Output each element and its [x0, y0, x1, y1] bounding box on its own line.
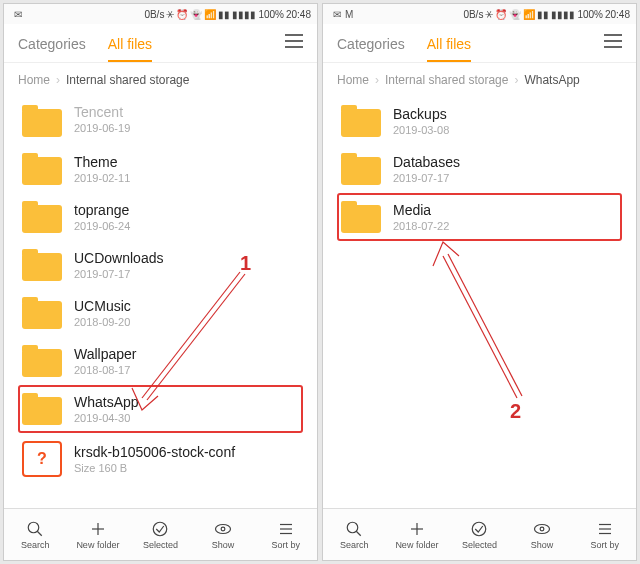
folder-icon — [22, 345, 62, 377]
battery-pct: 100% — [577, 9, 603, 20]
phone-left: ✉ 0B/s ⚹ ⏰ 👻 📶 ▮▮ ▮▮▮▮ 100% 20:48 Catego… — [3, 3, 318, 561]
button-label: Show — [531, 540, 554, 550]
item-name: krsdk-b105006-stock-conf — [74, 444, 235, 460]
folder-row[interactable]: Media2018-07-22 — [337, 193, 622, 241]
folder-row[interactable]: UCMusic2018-09-20 — [18, 289, 303, 337]
snapchat-icon: 👻 — [190, 9, 202, 20]
folder-row[interactable]: WhatsApp2019-04-30 — [18, 385, 303, 433]
item-date: 2019-07-17 — [74, 268, 163, 280]
tab-categories[interactable]: Categories — [337, 30, 405, 62]
sort-by-button[interactable]: Sort by — [254, 509, 317, 560]
wifi-icon: 📶 — [523, 9, 535, 20]
svg-line-1 — [38, 531, 43, 536]
folder-row[interactable]: Wallpaper2018-08-17 — [18, 337, 303, 385]
svg-point-0 — [29, 522, 40, 533]
button-label: Sort by — [590, 540, 619, 550]
svg-point-14 — [473, 522, 487, 536]
folder-icon — [22, 153, 62, 185]
item-date: Size 160 B — [74, 462, 235, 474]
eye-icon — [214, 520, 232, 538]
folder-icon — [341, 105, 381, 137]
battery-pct: 100% — [258, 9, 284, 20]
mail-icon: M — [345, 9, 353, 20]
button-label: Search — [340, 540, 369, 550]
crumb-whatsapp[interactable]: WhatsApp — [524, 73, 579, 87]
folder-icon — [22, 105, 62, 137]
selected-button[interactable]: Selected — [129, 509, 192, 560]
tab-categories[interactable]: Categories — [18, 30, 86, 62]
alarm-icon: ⏰ — [495, 9, 507, 20]
button-label: New folder — [76, 540, 119, 550]
item-date: 2018-09-20 — [74, 316, 131, 328]
tab-all-files[interactable]: All files — [108, 30, 152, 62]
battery-icon: ▮▮▮▮ — [551, 9, 575, 20]
folder-row[interactable]: Theme2019-02-11 — [18, 145, 303, 193]
bottom-bar: SearchNew folderSelectedShowSort by — [323, 508, 636, 560]
item-name: WhatsApp — [74, 394, 139, 410]
folder-row[interactable]: Tencent2019-06-19 — [18, 97, 303, 145]
breadcrumb: Home › Internal shared storage › WhatsAp… — [323, 63, 636, 97]
wifi-icon: 📶 — [204, 9, 216, 20]
search-button[interactable]: Search — [4, 509, 67, 560]
item-name: Databases — [393, 154, 460, 170]
tab-bar: Categories All files — [4, 24, 317, 63]
item-name: toprange — [74, 202, 130, 218]
bottom-bar: SearchNew folderSelectedShowSort by — [4, 508, 317, 560]
folder-icon — [22, 249, 62, 281]
status-bar: ✉ M 0B/s ⚹ ⏰ 👻 📶 ▮▮ ▮▮▮▮ 100% 20:48 — [323, 4, 636, 24]
button-label: Search — [21, 540, 50, 550]
item-date: 2019-02-11 — [74, 172, 130, 184]
alarm-icon: ⏰ — [176, 9, 188, 20]
plus-icon — [89, 520, 107, 538]
search-button[interactable]: Search — [323, 509, 386, 560]
item-date: 2019-06-24 — [74, 220, 130, 232]
list-view-toggle-icon[interactable] — [604, 34, 622, 48]
folder-icon — [22, 201, 62, 233]
folder-icon — [22, 393, 62, 425]
list-view-toggle-icon[interactable] — [285, 34, 303, 48]
tab-bar: Categories All files — [323, 24, 636, 63]
show-button[interactable]: Show — [192, 509, 255, 560]
folder-list: Tencent2019-06-19Theme2019-02-11toprange… — [4, 97, 317, 508]
chevron-right-icon: › — [375, 73, 379, 87]
item-name: Theme — [74, 154, 130, 170]
item-date: 2018-08-17 — [74, 364, 137, 376]
folder-row[interactable]: toprange2019-06-24 — [18, 193, 303, 241]
phone-right: ✉ M 0B/s ⚹ ⏰ 👻 📶 ▮▮ ▮▮▮▮ 100% 20:48 Cate… — [322, 3, 637, 561]
net-speed: 0B/s — [463, 9, 483, 20]
item-name: Backups — [393, 106, 449, 122]
show-button[interactable]: Show — [511, 509, 574, 560]
net-speed: 0B/s — [144, 9, 164, 20]
new-folder-button[interactable]: New folder — [386, 509, 449, 560]
item-name: Tencent — [74, 104, 130, 120]
folder-list: Backups2019-03-08Databases2019-07-17Medi… — [323, 97, 636, 508]
tab-all-files[interactable]: All files — [427, 30, 471, 62]
status-bar: ✉ 0B/s ⚹ ⏰ 👻 📶 ▮▮ ▮▮▮▮ 100% 20:48 — [4, 4, 317, 24]
crumb-storage[interactable]: Internal shared storage — [385, 73, 508, 87]
crumb-storage[interactable]: Internal shared storage — [66, 73, 189, 87]
chevron-right-icon: › — [56, 73, 60, 87]
folder-row[interactable]: Backups2019-03-08 — [337, 97, 622, 145]
search-icon — [345, 520, 363, 538]
item-date: 2019-03-08 — [393, 124, 449, 136]
button-label: Selected — [143, 540, 178, 550]
signal-icon: ▮▮ — [537, 9, 549, 20]
clock: 20:48 — [605, 9, 630, 20]
new-folder-button[interactable]: New folder — [67, 509, 130, 560]
bluetooth-icon: ⚹ — [166, 8, 174, 20]
selected-button[interactable]: Selected — [448, 509, 511, 560]
folder-icon — [341, 201, 381, 233]
crumb-home[interactable]: Home — [337, 73, 369, 87]
file-row[interactable]: ?krsdk-b105006-stock-confSize 160 B — [18, 433, 303, 485]
folder-row[interactable]: UCDownloads2019-07-17 — [18, 241, 303, 289]
crumb-home[interactable]: Home — [18, 73, 50, 87]
menu-icon — [277, 520, 295, 538]
svg-line-11 — [357, 531, 362, 536]
snapchat-icon: 👻 — [509, 9, 521, 20]
sort-by-button[interactable]: Sort by — [573, 509, 636, 560]
folder-row[interactable]: Databases2019-07-17 — [337, 145, 622, 193]
bluetooth-icon: ⚹ — [485, 8, 493, 20]
item-date: 2018-07-22 — [393, 220, 449, 232]
svg-point-10 — [348, 522, 359, 533]
svg-point-5 — [216, 524, 231, 533]
